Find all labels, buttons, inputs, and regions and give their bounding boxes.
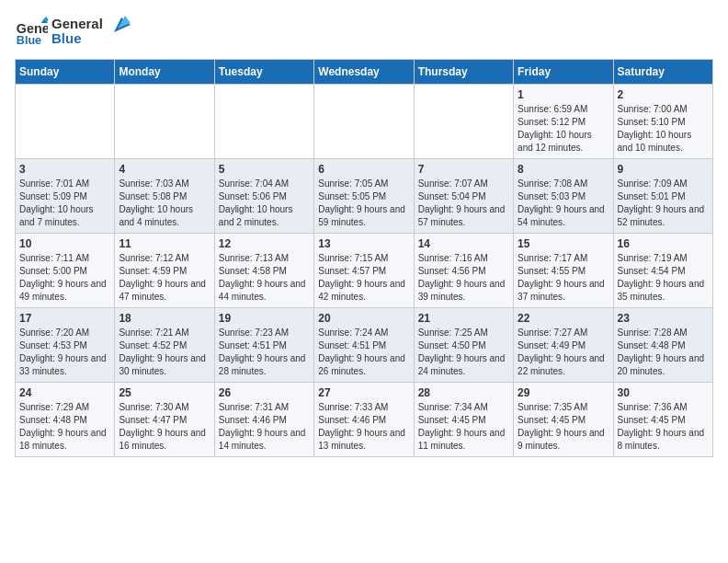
cell-content: Sunrise: 7:09 AM Sunset: 5:01 PM Dayligh… [618,178,709,229]
calendar-cell: 26Sunrise: 7:31 AM Sunset: 4:46 PM Dayli… [214,383,313,457]
cell-content: Sunrise: 7:36 AM Sunset: 4:45 PM Dayligh… [618,401,709,453]
day-number: 6 [318,163,409,176]
header-day-friday: Friday [514,60,613,85]
logo-text-blue: Blue [51,31,103,47]
day-number: 5 [219,163,310,176]
calendar-header-row: SundayMondayTuesdayWednesdayThursdayFrid… [16,60,713,85]
logo: General Blue General Blue [15,15,131,48]
cell-content: Sunrise: 7:35 AM Sunset: 4:45 PM Dayligh… [518,401,609,453]
cell-content: Sunrise: 7:16 AM Sunset: 4:56 PM Dayligh… [418,252,509,304]
day-number: 18 [119,312,210,325]
calendar-table: SundayMondayTuesdayWednesdayThursdayFrid… [15,59,713,457]
calendar-cell: 19Sunrise: 7:23 AM Sunset: 4:51 PM Dayli… [214,308,313,383]
header-day-thursday: Thursday [414,60,513,85]
calendar-cell: 4Sunrise: 7:03 AM Sunset: 5:08 PM Daylig… [115,159,214,234]
cell-content: Sunrise: 6:59 AM Sunset: 5:12 PM Dayligh… [518,103,609,155]
header-day-saturday: Saturday [613,60,712,85]
cell-content: Sunrise: 7:24 AM Sunset: 4:51 PM Dayligh… [318,327,409,378]
cell-content: Sunrise: 7:30 AM Sunset: 4:47 PM Dayligh… [119,401,210,453]
day-number: 15 [518,237,609,250]
cell-content: Sunrise: 7:05 AM Sunset: 5:05 PM Dayligh… [318,178,409,229]
day-number: 3 [19,163,110,176]
calendar-cell: 21Sunrise: 7:25 AM Sunset: 4:50 PM Dayli… [414,308,513,383]
day-number: 23 [618,312,709,325]
calendar-week-row: 17Sunrise: 7:20 AM Sunset: 4:53 PM Dayli… [16,308,713,383]
day-number: 28 [418,386,509,399]
calendar-cell: 6Sunrise: 7:05 AM Sunset: 5:05 PM Daylig… [314,159,414,234]
calendar-cell: 25Sunrise: 7:30 AM Sunset: 4:47 PM Dayli… [115,383,214,457]
calendar-cell: 9Sunrise: 7:09 AM Sunset: 5:01 PM Daylig… [613,159,712,234]
cell-content: Sunrise: 7:01 AM Sunset: 5:09 PM Dayligh… [19,178,110,229]
day-number: 2 [618,88,709,101]
day-number: 29 [518,386,609,399]
day-number: 22 [518,312,609,325]
cell-content: Sunrise: 7:20 AM Sunset: 4:53 PM Dayligh… [19,327,110,378]
cell-content: Sunrise: 7:23 AM Sunset: 4:51 PM Dayligh… [219,327,310,378]
calendar-cell: 14Sunrise: 7:16 AM Sunset: 4:56 PM Dayli… [414,234,513,308]
logo-text-general: General [51,17,103,32]
header: General Blue General Blue [15,15,713,48]
day-number: 11 [119,237,210,250]
header-day-wednesday: Wednesday [314,60,414,85]
calendar-cell: 10Sunrise: 7:11 AM Sunset: 5:00 PM Dayli… [16,234,115,308]
calendar-cell: 30Sunrise: 7:36 AM Sunset: 4:45 PM Dayli… [613,383,712,457]
day-number: 4 [119,163,210,176]
calendar-cell: 5Sunrise: 7:04 AM Sunset: 5:06 PM Daylig… [214,159,313,234]
logo-arrow-icon [105,14,131,40]
calendar-cell: 2Sunrise: 7:00 AM Sunset: 5:10 PM Daylig… [613,85,712,159]
cell-content: Sunrise: 7:25 AM Sunset: 4:50 PM Dayligh… [418,327,509,378]
calendar-cell: 24Sunrise: 7:29 AM Sunset: 4:48 PM Dayli… [16,383,115,457]
calendar-cell [414,85,513,159]
day-number: 17 [19,312,110,325]
day-number: 1 [518,88,609,101]
day-number: 21 [418,312,509,325]
calendar-cell: 8Sunrise: 7:08 AM Sunset: 5:03 PM Daylig… [514,159,613,234]
calendar-cell: 12Sunrise: 7:13 AM Sunset: 4:58 PM Dayli… [214,234,313,308]
cell-content: Sunrise: 7:29 AM Sunset: 4:48 PM Dayligh… [19,401,110,453]
day-number: 24 [19,386,110,399]
day-number: 10 [19,237,110,250]
day-number: 27 [318,386,409,399]
calendar-cell: 29Sunrise: 7:35 AM Sunset: 4:45 PM Dayli… [514,383,613,457]
calendar-cell [115,85,214,159]
day-number: 26 [219,386,310,399]
day-number: 19 [219,312,310,325]
calendar-week-row: 24Sunrise: 7:29 AM Sunset: 4:48 PM Dayli… [16,383,713,457]
day-number: 16 [618,237,709,250]
header-day-monday: Monday [115,60,214,85]
calendar-cell: 27Sunrise: 7:33 AM Sunset: 4:46 PM Dayli… [314,383,414,457]
calendar-cell: 15Sunrise: 7:17 AM Sunset: 4:55 PM Dayli… [514,234,613,308]
svg-marker-3 [43,17,48,21]
cell-content: Sunrise: 7:13 AM Sunset: 4:58 PM Dayligh… [219,252,310,304]
header-day-tuesday: Tuesday [214,60,313,85]
calendar-cell: 11Sunrise: 7:12 AM Sunset: 4:59 PM Dayli… [115,234,214,308]
calendar-cell: 22Sunrise: 7:27 AM Sunset: 4:49 PM Dayli… [514,308,613,383]
day-number: 9 [618,163,709,176]
calendar-cell: 17Sunrise: 7:20 AM Sunset: 4:53 PM Dayli… [16,308,115,383]
cell-content: Sunrise: 7:21 AM Sunset: 4:52 PM Dayligh… [119,327,210,378]
calendar-week-row: 1Sunrise: 6:59 AM Sunset: 5:12 PM Daylig… [16,85,713,159]
calendar-cell: 28Sunrise: 7:34 AM Sunset: 4:45 PM Dayli… [414,383,513,457]
day-number: 20 [318,312,409,325]
calendar-cell: 7Sunrise: 7:07 AM Sunset: 5:04 PM Daylig… [414,159,513,234]
cell-content: Sunrise: 7:27 AM Sunset: 4:49 PM Dayligh… [518,327,609,378]
calendar-cell: 1Sunrise: 6:59 AM Sunset: 5:12 PM Daylig… [514,85,613,159]
calendar-week-row: 3Sunrise: 7:01 AM Sunset: 5:09 PM Daylig… [16,159,713,234]
svg-text:Blue: Blue [17,34,41,47]
calendar-cell [314,85,414,159]
cell-content: Sunrise: 7:07 AM Sunset: 5:04 PM Dayligh… [418,178,509,229]
calendar-cell: 3Sunrise: 7:01 AM Sunset: 5:09 PM Daylig… [16,159,115,234]
calendar-cell: 18Sunrise: 7:21 AM Sunset: 4:52 PM Dayli… [115,308,214,383]
calendar-cell [16,85,115,159]
cell-content: Sunrise: 7:17 AM Sunset: 4:55 PM Dayligh… [518,252,609,304]
header-day-sunday: Sunday [16,60,115,85]
day-number: 30 [618,386,709,399]
calendar-week-row: 10Sunrise: 7:11 AM Sunset: 5:00 PM Dayli… [16,234,713,308]
day-number: 25 [119,386,210,399]
day-number: 8 [518,163,609,176]
calendar-cell: 20Sunrise: 7:24 AM Sunset: 4:51 PM Dayli… [314,308,414,383]
day-number: 12 [219,237,310,250]
cell-content: Sunrise: 7:11 AM Sunset: 5:00 PM Dayligh… [19,252,110,304]
cell-content: Sunrise: 7:04 AM Sunset: 5:06 PM Dayligh… [219,178,310,229]
calendar-cell: 23Sunrise: 7:28 AM Sunset: 4:48 PM Dayli… [613,308,712,383]
